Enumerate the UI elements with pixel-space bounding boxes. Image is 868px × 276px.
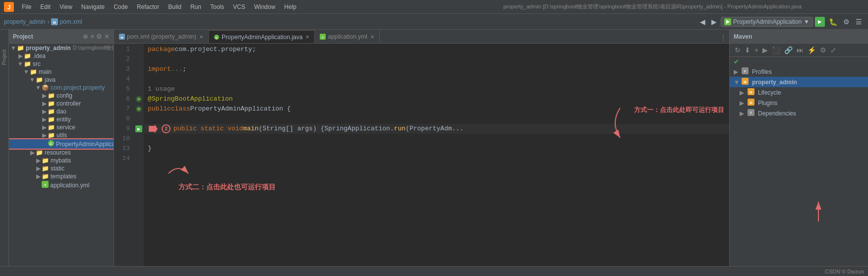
tab-bar: M pom.xml (property_admin) ✕ C PropertyA… — [114, 30, 729, 44]
menu-window[interactable]: Window — [250, 2, 280, 11]
menu-vcs[interactable]: VCS — [229, 2, 249, 11]
tab-main-class[interactable]: C PropertyAdminApplication.java ✕ — [209, 30, 315, 43]
tree-item-dao[interactable]: ▶ 📁 dao — [9, 108, 114, 115]
navigate-back-btn[interactable]: ◀ — [698, 17, 707, 27]
maven-settings-icon[interactable]: ⚙ — [819, 46, 827, 55]
line-num-1: 1 — [114, 45, 130, 55]
tab-more-btn[interactable]: ⋮ — [717, 32, 729, 43]
arrow-icon: ▼ — [734, 79, 740, 86]
maven-item-profiles[interactable]: ▶ P Profiles — [730, 66, 868, 77]
editor-area: M pom.xml (property_admin) ✕ C PropertyA… — [114, 30, 729, 266]
tree-item-entity[interactable]: ▶ 📁 entity — [9, 115, 114, 123]
menu-edit[interactable]: Edit — [36, 2, 55, 11]
tree-item-utils[interactable]: ▶ 📁 utils — [9, 131, 114, 139]
tree-item-config[interactable]: ▶ 📁 config — [9, 92, 114, 100]
tab-close-yml[interactable]: ✕ — [370, 34, 374, 40]
folder-icon: 📁 — [42, 165, 49, 172]
menu-view[interactable]: View — [56, 2, 76, 11]
breadcrumb-file[interactable]: M pom.xml — [51, 18, 82, 25]
menu-navigate[interactable]: Navigate — [77, 2, 109, 11]
sidebar: Project Project ⊕ ≡ ⚙ ✕ ▼ 📁 property_adm… — [0, 30, 114, 266]
sync-icon[interactable]: ⊕ — [83, 33, 88, 40]
menu-tools[interactable]: Tools — [206, 2, 228, 11]
annotation: @SpringBootApplication — [148, 94, 233, 104]
project-panel-title: Project — [13, 33, 33, 40]
tree-item-controller[interactable]: ▶ 📁 controller — [9, 100, 114, 108]
code-editor: 1 2 3 4 5 6 7 8 9 10 13 14 — [114, 44, 729, 266]
debug-btn[interactable]: 🐛 — [827, 17, 839, 27]
gutter-row-10 — [134, 134, 144, 144]
arrow1-svg — [600, 103, 630, 143]
tree-item-java[interactable]: ▼ 📁 java — [9, 76, 114, 84]
tree-item-main[interactable]: ▼ 📁 main — [9, 68, 114, 76]
tree-item-root[interactable]: ▼ 📁 property_admin D:\springboot物业管理\spr… — [9, 44, 114, 52]
close-icon[interactable]: ✕ — [104, 33, 110, 40]
maven-download-icon[interactable]: ⬇ — [744, 46, 752, 55]
maven-toggle-icon[interactable]: ⚡ — [807, 46, 817, 55]
tree-item-service[interactable]: ▶ 📁 service — [9, 123, 114, 131]
run-config-dropdown-icon[interactable]: ▼ — [804, 18, 810, 25]
menu-run[interactable]: Run — [186, 2, 205, 11]
menu-help[interactable]: Help — [280, 2, 300, 11]
tree-item-package[interactable]: ▼ 📦 com.project.property — [9, 84, 114, 92]
status-text: CSDN © Dwzun — [825, 269, 864, 275]
tree-item-main-class[interactable]: C PropertyAdminApplication 1 — [9, 139, 114, 149]
maven-run-icon[interactable]: ▶ — [761, 46, 769, 55]
maven-add-icon[interactable]: + — [753, 46, 759, 55]
tree-label: java — [45, 76, 56, 83]
tree-label: src — [33, 60, 41, 67]
breadcrumb-project[interactable]: property_admin — [4, 18, 45, 25]
maven-item-plugins[interactable]: ▶ M Plugins — [730, 98, 868, 108]
tree-item-src[interactable]: ▼ 📁 src — [9, 60, 114, 68]
tree-label: dao — [57, 108, 66, 115]
maven-item-check[interactable]: ✔ — [730, 57, 868, 66]
line-num-8: 8 — [114, 114, 130, 124]
gutter-icons: ▶ — [134, 44, 144, 266]
maven-skip-icon[interactable]: ⏭ — [796, 46, 805, 55]
tree-item-templates[interactable]: ▶ 📁 templates — [9, 172, 114, 180]
gutter-row-12 — [134, 154, 144, 164]
menu-build[interactable]: Build — [164, 2, 185, 11]
collapse-icon[interactable]: ≡ — [90, 33, 94, 40]
tab-app-yml[interactable]: Y application.yml ✕ — [315, 30, 379, 43]
project-panel-header: Project ⊕ ≡ ⚙ ✕ — [9, 30, 114, 44]
menu-code[interactable]: Code — [110, 2, 132, 11]
maven-refresh-icon[interactable]: ↻ — [734, 46, 742, 55]
folder-icon: 📁 — [30, 68, 37, 75]
annotation1-text: 方式一：点击此处即可运行项目 — [634, 106, 724, 114]
comment: 1 usage — [148, 84, 175, 94]
run-config-label: PropertyAdminApplication — [733, 18, 802, 25]
arrow-icon: ▼ — [35, 84, 42, 91]
line-num-14: 14 — [114, 154, 130, 164]
tree-item-static[interactable]: ▶ 📁 static — [9, 165, 114, 172]
run-main-gutter-btn[interactable]: ▶ — [135, 125, 142, 132]
tree-item-application-yml[interactable]: Y application.yml — [9, 180, 114, 190]
run-button[interactable]: ▶ — [815, 17, 825, 27]
arrow-icon: ▼ — [23, 68, 30, 75]
maven-item-dependencies[interactable]: ▶ ≡ Dependencies — [730, 108, 868, 118]
maven-expand-icon[interactable]: ⤢ — [829, 46, 837, 55]
tab-close-main[interactable]: ✕ — [305, 34, 309, 40]
maven-item-lifecycle[interactable]: ▶ M Lifecycle — [730, 87, 868, 98]
maven-title: Maven — [734, 33, 752, 40]
navigate-fwd-btn[interactable]: ▶ — [709, 17, 719, 27]
menu-bar: J File Edit View Navigate Code Refactor … — [0, 0, 868, 14]
tree-label: entity — [57, 116, 71, 123]
project-tab-label[interactable]: Project — [1, 50, 7, 65]
settings-btn[interactable]: ⚙ — [841, 17, 852, 27]
menu-refactor[interactable]: Refactor — [133, 2, 163, 11]
breadcrumb-sep: › — [47, 18, 49, 25]
more-btn[interactable]: ☰ — [854, 17, 864, 27]
menu-file[interactable]: File — [18, 2, 35, 11]
code-line-13: } — [144, 144, 729, 154]
tree-item-resources[interactable]: ▶ 📁 resources — [9, 149, 114, 157]
tree-item-mybatis[interactable]: ▶ 📁 mybatis — [9, 157, 114, 165]
toolbar: property_admin › M pom.xml ◀ ▶ PropertyA… — [0, 14, 868, 30]
tab-pom-xml[interactable]: M pom.xml (property_admin) ✕ — [114, 30, 209, 43]
tab-close-pom[interactable]: ✕ — [199, 34, 203, 40]
maven-stop-icon[interactable]: ⬛ — [771, 46, 781, 55]
maven-link-icon[interactable]: 🔗 — [783, 46, 794, 55]
tree-item-idea[interactable]: ▶ 📁 .idea — [9, 52, 114, 60]
maven-item-project[interactable]: ▼ M property_admin — [730, 77, 868, 87]
settings-icon[interactable]: ⚙ — [96, 33, 102, 40]
